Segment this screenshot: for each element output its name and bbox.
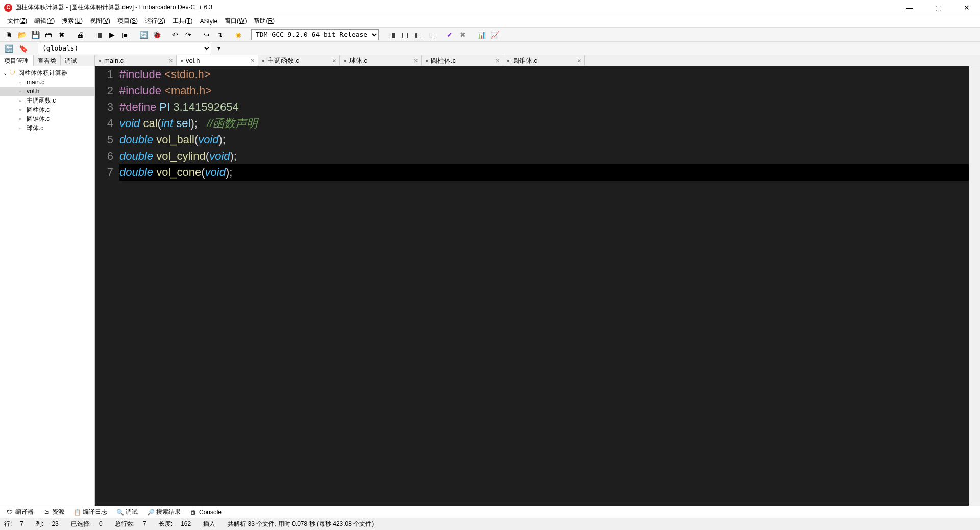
main-toolbar: 🗎 📂 💾 🗃 ✖ 🖨 ▦ ▶ ▣ 🔄 🐞 ↶ ↷ ↪ ↴ ◉ TDM-GCC … xyxy=(0,28,980,42)
editor-area: main.c×vol.h×主调函数.c×球体.c×圆柱体.c×圆锥体.c× 12… xyxy=(95,55,980,506)
tree-file-main.c[interactable]: ▫main.c xyxy=(0,78,94,87)
project-tree[interactable]: ⌄🛡圆柱体体积计算器▫main.c▫vol.h▫主调函数.c▫圆柱体.c▫圆锥体… xyxy=(0,66,94,506)
menubar: 文件(Z)编辑(Y)搜索(U)视图(V)项目(S)运行(X)工具(T)AStyl… xyxy=(0,15,980,28)
code-content[interactable]: #include <stdio.h>#include <math.h>#defi… xyxy=(119,66,969,506)
tree-file-主调函数.c[interactable]: ▫主调函数.c xyxy=(0,96,94,105)
status-lines: 总行数:7 xyxy=(115,520,146,528)
close-tab-icon[interactable]: × xyxy=(577,57,581,65)
editor-tab-vol.h[interactable]: vol.h× xyxy=(177,55,258,66)
scope-dropdown-arrow[interactable]: ▾ xyxy=(214,45,224,52)
editor-tab-主调函数.c[interactable]: 主调函数.c× xyxy=(258,55,340,66)
close-tab-icon[interactable]: × xyxy=(496,57,500,65)
print-button[interactable]: 🖨 xyxy=(75,29,86,40)
redo-button[interactable]: ↷ xyxy=(183,29,194,40)
tree-file-球体.c[interactable]: ▫球体.c xyxy=(0,123,94,133)
window-title: 圆柱体体积计算器 - [圆柱体体积计算器.dev] - Embarcadero … xyxy=(15,3,900,12)
grid4-button[interactable]: ▦ xyxy=(426,29,437,40)
bottom-tab-编译日志[interactable]: 📋编译日志 xyxy=(69,507,111,517)
bottom-tab-资源[interactable]: 🗂资源 xyxy=(39,507,68,517)
step-into-button[interactable]: ↴ xyxy=(214,29,226,40)
statusbar: 行:7 列:23 已选择:0 总行数:7 长度:162 插入 共解析 33 个文… xyxy=(0,518,980,530)
bottom-panel-tabs: 🛡编译器🗂资源📋编译日志🔍调试🔎搜索结果🗑Console xyxy=(0,506,980,518)
grid3-button[interactable]: ▥ xyxy=(412,29,424,40)
menu-项目[interactable]: 项目(S) xyxy=(114,16,141,27)
window-titlebar: C 圆柱体体积计算器 - [圆柱体体积计算器.dev] - Embarcader… xyxy=(0,0,980,15)
line-gutter: 1234567 xyxy=(95,66,119,506)
grid1-button[interactable]: ▦ xyxy=(386,29,397,40)
status-length: 长度:162 xyxy=(159,520,191,528)
menu-AStyle[interactable]: AStyle xyxy=(197,17,220,26)
main-area: 项目管理查看类调试 ⌄🛡圆柱体体积计算器▫main.c▫vol.h▫主调函数.c… xyxy=(0,55,980,506)
chart-button[interactable]: 📈 xyxy=(489,29,500,40)
debug-button[interactable]: 🐞 xyxy=(151,29,162,40)
menu-视图[interactable]: 视图(V) xyxy=(87,16,113,27)
sidebar: 项目管理查看类调试 ⌄🛡圆柱体体积计算器▫main.c▫vol.h▫主调函数.c… xyxy=(0,55,95,506)
editor-tabs: main.c×vol.h×主调函数.c×球体.c×圆柱体.c×圆锥体.c× xyxy=(95,55,980,66)
maximize-button[interactable]: ▢ xyxy=(929,2,947,14)
menu-编辑[interactable]: 编辑(Y) xyxy=(31,16,58,27)
menu-帮助[interactable]: 帮助(R) xyxy=(251,16,278,27)
profile-button[interactable]: 📊 xyxy=(476,29,487,40)
sidebar-tab-2[interactable]: 调试 xyxy=(60,55,81,66)
compile-run-button[interactable]: ▣ xyxy=(119,29,131,40)
cancel-button[interactable]: ✖ xyxy=(457,29,469,40)
menu-文件[interactable]: 文件(Z) xyxy=(4,16,30,27)
save-button[interactable]: 💾 xyxy=(30,29,41,40)
menu-搜索[interactable]: 搜索(U) xyxy=(59,16,86,27)
minimize-button[interactable]: — xyxy=(900,2,919,14)
status-parse-info: 共解析 33 个文件, 用时 0.078 秒 (每秒 423.08 个文件) xyxy=(228,520,374,528)
back-button[interactable]: 🔙 xyxy=(3,43,14,54)
new-file-button[interactable]: 🗎 xyxy=(3,29,14,40)
status-selected: 已选择:0 xyxy=(71,520,103,528)
status-col: 列:23 xyxy=(36,520,59,528)
menu-运行[interactable]: 运行(X) xyxy=(142,16,168,27)
close-tab-icon[interactable]: × xyxy=(251,57,255,65)
editor-tab-圆柱体.c[interactable]: 圆柱体.c× xyxy=(422,55,503,66)
close-tab-icon[interactable]: × xyxy=(332,57,336,65)
project-root[interactable]: ⌄🛡圆柱体体积计算器 xyxy=(0,68,94,78)
stop-button[interactable]: ◉ xyxy=(233,29,244,40)
close-button[interactable]: ✕ xyxy=(958,2,976,14)
run-button[interactable]: ▶ xyxy=(106,29,117,40)
save-all-button[interactable]: 🗃 xyxy=(43,29,54,40)
bottom-tab-Console[interactable]: 🗑Console xyxy=(186,508,226,517)
bottom-tab-搜索结果[interactable]: 🔎搜索结果 xyxy=(143,507,185,517)
sidebar-tab-0[interactable]: 项目管理 xyxy=(0,55,33,66)
app-icon: C xyxy=(4,4,12,12)
compile-button[interactable]: ▦ xyxy=(93,29,104,40)
tree-file-圆柱体.c[interactable]: ▫圆柱体.c xyxy=(0,105,94,114)
menu-窗口[interactable]: 窗口(W) xyxy=(222,16,250,27)
step-over-button[interactable]: ↪ xyxy=(201,29,212,40)
close-tab-icon[interactable]: × xyxy=(169,57,173,65)
menu-工具[interactable]: 工具(T) xyxy=(169,16,195,27)
compiler-select[interactable]: TDM-GCC 9.2.0 64-bit Release xyxy=(251,29,379,40)
window-controls: — ▢ ✕ xyxy=(900,2,976,14)
bookmark-button[interactable]: 🔖 xyxy=(17,43,29,54)
undo-button[interactable]: ↶ xyxy=(169,29,181,40)
editor-tab-球体.c[interactable]: 球体.c× xyxy=(340,55,422,66)
rebuild-button[interactable]: 🔄 xyxy=(138,29,149,40)
scope-select[interactable]: (globals) xyxy=(38,43,211,54)
bottom-tab-调试[interactable]: 🔍调试 xyxy=(112,507,142,517)
status-row: 行:7 xyxy=(4,520,23,528)
close-tab-icon[interactable]: × xyxy=(414,57,418,65)
close-file-button[interactable]: ✖ xyxy=(56,29,67,40)
grid2-button[interactable]: ▤ xyxy=(399,29,410,40)
code-editor[interactable]: 1234567 #include <stdio.h>#include <math… xyxy=(95,66,980,506)
tree-file-圆锥体.c[interactable]: ▫圆锥体.c xyxy=(0,114,94,123)
secondary-toolbar: 🔙 🔖 (globals) ▾ xyxy=(0,42,980,55)
sidebar-tab-1[interactable]: 查看类 xyxy=(33,55,60,66)
open-button[interactable]: 📂 xyxy=(16,29,28,40)
sidebar-tabs: 项目管理查看类调试 xyxy=(0,55,94,66)
status-insert-mode: 插入 xyxy=(203,520,215,528)
check-button[interactable]: ✔ xyxy=(444,29,455,40)
tree-file-vol.h[interactable]: ▫vol.h xyxy=(0,87,94,96)
editor-tab-圆锥体.c[interactable]: 圆锥体.c× xyxy=(503,55,585,66)
editor-tab-main.c[interactable]: main.c× xyxy=(95,55,177,66)
bottom-tab-编译器[interactable]: 🛡编译器 xyxy=(2,507,38,517)
